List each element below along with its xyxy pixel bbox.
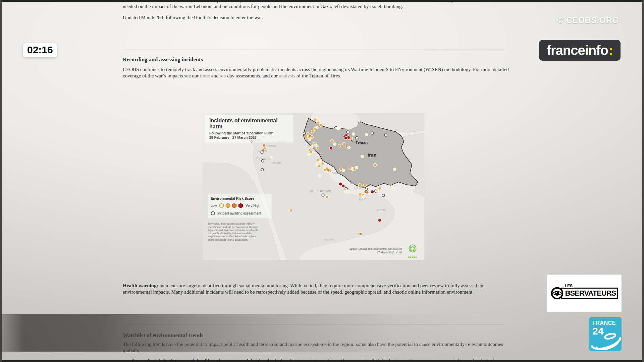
risk-scale-hexagons <box>219 203 243 208</box>
caption-source: Figure: Conflict and Environment Observa… <box>348 247 402 250</box>
link-analysis[interactable]: analysis <box>279 73 295 78</box>
legend-note: Provisional, near-real time data from WI… <box>208 222 259 241</box>
eye-icon <box>550 287 564 300</box>
les-observateurs-logo: LES BSERVATEURS <box>550 287 619 300</box>
paragraph-line: The following trends have the potential … <box>123 341 519 348</box>
legend-low-label: Low <box>211 204 217 207</box>
ceobs-logo: CEOBS <box>407 244 418 258</box>
section-heading-watchlist: Watchlist of environmental trends <box>123 332 203 339</box>
map-title-block: Incidents of environmental harm Followin… <box>205 115 293 142</box>
franceinfo-colon: : <box>609 43 613 58</box>
broadcast-frame: It is vital that the future resources, t… <box>0 0 644 362</box>
france24-logo: FRANCE 24 <box>589 317 622 351</box>
map-legend: Environmental Risk Score Low Very High I… <box>208 194 272 241</box>
article-updated-line: Updated March 28th following the Houthi’… <box>123 14 519 21</box>
svg-text:Oman: Oman <box>377 208 386 212</box>
map-date-range: 28 February - 27 March 2026 <box>209 135 257 139</box>
frame-edge-top <box>0 0 644 2</box>
article-line: needed on the impact of the war in Leban… <box>123 3 519 10</box>
franceinfo-logo-text: franceinfo <box>547 43 608 58</box>
health-warning-line: environmental impacts. Many additional i… <box>123 289 519 295</box>
section-divider <box>123 324 505 324</box>
france24-text: FRANCE <box>592 320 616 326</box>
map-subtitle: Following the start of 'Operation Fury' <box>209 131 273 135</box>
frame-edge-right <box>642 0 644 362</box>
map-caption: Figure: Conflict and Environment Observa… <box>315 247 402 254</box>
svg-text:Qatar: Qatar <box>354 186 363 190</box>
caption-version: 27 March 2026. v1.02 <box>377 251 402 254</box>
ceobs-emblem-icon <box>407 244 418 254</box>
section-heading-recording: Recording and assessing incidents <box>123 56 203 63</box>
iran-label: Iran <box>368 153 377 158</box>
observateurs-wordmark: LES BSERVATEURS <box>561 288 619 299</box>
frame-edge-bottom <box>0 360 644 362</box>
link-ten-day-assessment[interactable]: ten <box>220 73 226 78</box>
health-warning-label: Health warning: <box>123 283 158 288</box>
link-three-day-assessment[interactable]: three <box>200 73 210 78</box>
health-warning-line: Health warning: incidents are largely id… <box>123 283 519 289</box>
svg-text:Kuwait: Kuwait <box>332 171 342 175</box>
ceobs-logo-text: CEOBS <box>407 256 418 258</box>
svg-text:Iraq: Iraq <box>305 143 311 147</box>
broadcast-timer: 02:16 <box>23 43 57 57</box>
observateurs-label: BSERVATEURS <box>565 289 616 297</box>
paragraph-text: coverage of the war’s impacts see our <box>123 73 200 78</box>
frame-edge-left <box>0 0 2 362</box>
hex-very-high-icon <box>238 203 243 208</box>
paragraph-line: CEOBS continues to remotely track and as… <box>123 66 519 73</box>
paragraph-text: of the Tehran oil fires. <box>295 73 341 78</box>
hex-low-icon <box>219 203 224 208</box>
paragraph-text: and <box>210 73 220 78</box>
hex-medium-icon <box>225 203 230 208</box>
svg-text:Yemen: Yemen <box>324 238 334 242</box>
legend-title: Environmental Risk Score <box>211 196 269 200</box>
health-warning-text: incidents are largely identified through… <box>158 283 484 288</box>
source-watermark: © CEOBS.ORG <box>557 15 619 25</box>
svg-text:UAE: UAE <box>359 197 366 201</box>
franceinfo-logo: franceinfo: <box>539 40 621 61</box>
svg-text:Jordan: Jordan <box>271 161 281 165</box>
map-title: Incidents of environmental harm <box>209 118 290 130</box>
paragraph-line: globally. <box>123 348 519 354</box>
paragraph-line: coverage of the war’s impacts see our th… <box>123 73 519 79</box>
incident-map-figure: CyprusSyriaLebanonIsraelPalestineJordanI… <box>203 113 424 260</box>
pending-incident-icon <box>211 211 215 216</box>
paragraph-text: day assessments, and our <box>226 73 279 78</box>
tehran-label: Tehran <box>356 140 368 144</box>
legend-very-high-label: Very High <box>246 204 260 207</box>
svg-text:Saudi Arabia: Saudi Arabia <box>309 189 331 193</box>
france24-ripple-icon <box>591 329 622 350</box>
section-divider <box>123 50 505 50</box>
hex-high-icon <box>232 203 237 208</box>
les-observateurs-box: LES BSERVATEURS <box>547 275 622 312</box>
legend-pending-label: Incident awaiting assessment <box>217 212 261 215</box>
les-label: LES <box>564 284 574 288</box>
